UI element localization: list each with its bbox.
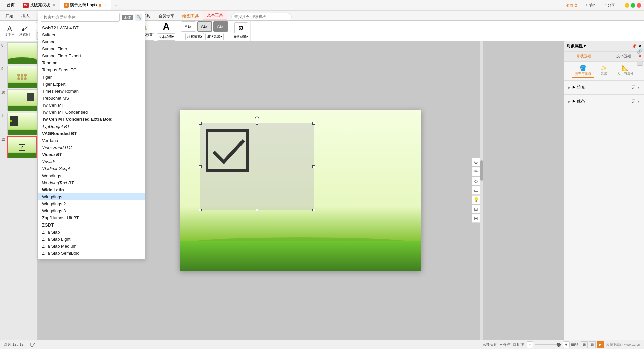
revise-button[interactable]: 有修改 xyxy=(564,2,580,8)
slide-thumb-12[interactable]: 12 ✓ xyxy=(7,136,36,158)
font-item-swis721-wgl4-bt[interactable]: Swis721 WGL4 BT xyxy=(38,24,145,31)
text-outline-button[interactable]: 文本轮廓▾ xyxy=(157,33,175,41)
smart-label[interactable]: 智能美化 xyxy=(483,342,497,347)
handle-br[interactable] xyxy=(312,209,315,211)
tool-delete[interactable]: ⊟ xyxy=(472,214,480,223)
slide-thumb-9[interactable]: 9 xyxy=(7,66,36,88)
doc-tab[interactable]: P 演示文稿1.pptx ✕ xyxy=(60,0,111,10)
tool-shape[interactable]: ◇ xyxy=(472,177,480,185)
font-item-symbol-tiger-expert[interactable]: Symbol Tiger Expert xyxy=(38,52,145,59)
tool-crop[interactable]: ▭ xyxy=(472,186,480,195)
font-item-vladimir-script[interactable]: Vladimir Script xyxy=(38,165,145,172)
font-item-symbol[interactable]: Symbol xyxy=(38,38,145,45)
font-item-tiger[interactable]: Tiger xyxy=(38,73,145,81)
font-item-times-new-roman[interactable]: Times New Roman xyxy=(38,88,145,95)
tool-pen[interactable]: ✏ xyxy=(472,167,480,176)
zoom-slider-thumb[interactable] xyxy=(557,343,561,347)
font-item-wingdings-3[interactable]: Wingdings 3 xyxy=(38,207,145,214)
handle-mr[interactable] xyxy=(312,165,315,168)
font-item-tw-cen-mt[interactable]: Tw Cen MT xyxy=(38,102,145,109)
props-icon-2[interactable]: 📍 xyxy=(637,54,643,60)
shape-style-2[interactable]: Abc xyxy=(197,21,212,32)
handle-tm[interactable] xyxy=(256,122,258,125)
shape-effect-button[interactable]: 形状效果▾ xyxy=(205,33,224,40)
font-item-verdana[interactable]: Verdana xyxy=(38,137,145,144)
tab-start[interactable]: 开始 xyxy=(1,12,17,20)
grid-view-button[interactable]: ⊟ xyxy=(589,341,596,348)
font-item-tw-cen-mt-condensed[interactable]: Tw Cen MT Condensed xyxy=(38,109,145,116)
zoom-out-button[interactable]: − xyxy=(527,341,533,348)
tab-text-tools[interactable]: 文本工具 xyxy=(203,11,227,20)
search-input[interactable] xyxy=(231,13,292,20)
handle-tr[interactable] xyxy=(312,122,315,125)
tool-zoom-out[interactable]: ⊖ xyxy=(472,158,480,166)
handle-ml[interactable] xyxy=(199,165,202,168)
slide-thumb-11[interactable]: 11 xyxy=(7,113,36,135)
font-item-wingdings-2[interactable]: Wingdings 2 xyxy=(38,200,145,207)
recent-font-label[interactable]: 宋体 xyxy=(122,15,133,20)
collab-button[interactable]: ✦ 协作 xyxy=(583,2,599,8)
font-item-zapfhumnst-ult-bt[interactable]: ZapfHumnst Ult BT xyxy=(38,214,145,221)
share-button[interactable]: ↑ 分享 xyxy=(602,2,618,8)
zoom-slider[interactable] xyxy=(535,344,561,345)
font-search-input[interactable] xyxy=(41,13,120,22)
font-item-trebuchet-ms[interactable]: Trebuchet MS xyxy=(38,95,145,102)
font-item-symbol-tiger[interactable]: Symbol Tiger xyxy=(38,45,145,52)
font-item-vagrounded-bt[interactable]: VAGRounded BT xyxy=(38,130,145,137)
add-tab-button[interactable]: + xyxy=(111,2,121,8)
handle-bm[interactable] xyxy=(256,209,258,211)
font-item-vivaldi[interactable]: Vivaldi xyxy=(38,158,145,165)
notes-label[interactable]: ≡ 备注 xyxy=(500,342,511,347)
font-item-zilla-slab-semibold[interactable]: Zilla Slab SemiBold xyxy=(38,250,145,257)
props-fill-row[interactable]: ▶ ▶ 填充 无 ▼ xyxy=(568,83,640,92)
selected-shape[interactable] xyxy=(200,123,314,210)
convert-label[interactable]: 转换成图► xyxy=(234,35,249,39)
handle-tl[interactable] xyxy=(199,122,202,125)
comments-label[interactable]: □ 批注 xyxy=(513,342,524,347)
slide-thumb-10[interactable]: 10 xyxy=(7,89,36,111)
shape-style-1[interactable]: Abc xyxy=(181,21,196,32)
font-item-webdings[interactable]: Webdings xyxy=(38,172,145,179)
font-item-viner-hand-itc[interactable]: Viner Hand ITC xyxy=(38,144,145,151)
handle-bl[interactable] xyxy=(199,209,202,211)
props-size-tab[interactable]: 📐 大小与属性 xyxy=(614,64,636,78)
props-effect-tab[interactable]: ✨ 效果 xyxy=(598,64,610,78)
to-img-button[interactable]: 🖼 xyxy=(234,22,248,33)
shape-fill-button[interactable]: 形状填充▾ xyxy=(185,33,204,40)
props-line-row[interactable]: ▶ ▶ 线条 无 ▼ xyxy=(568,97,640,106)
font-item-zilla-slab[interactable]: Zilla Slab xyxy=(38,229,145,236)
minimize-button[interactable] xyxy=(625,3,629,8)
normal-view-button[interactable]: ⊞ xyxy=(581,341,588,348)
font-item-zilla-slab-light[interactable]: Zilla Slab Light xyxy=(38,236,145,243)
zoom-in-button[interactable]: + xyxy=(563,341,570,348)
props-tab-shape[interactable]: 形状选项 xyxy=(564,52,604,61)
slide-thumb-8[interactable]: 8 xyxy=(7,42,36,64)
tool-effect[interactable]: 💡 xyxy=(472,195,480,204)
app-tab-close[interactable]: ✕ xyxy=(53,3,56,7)
font-item-tw-cen-mt-condensed-extra-bold[interactable]: Tw Cen MT Condensed Extra Bold xyxy=(38,116,145,123)
font-item-zurich-xblk-bt[interactable]: Zurich XBlk BT xyxy=(38,257,145,259)
close-button[interactable] xyxy=(637,3,641,8)
home-tab[interactable]: 首页 xyxy=(3,0,19,10)
font-item-tiger-expert[interactable]: Tiger Expert xyxy=(38,81,145,88)
font-item-wide-latin[interactable]: Wide Latin xyxy=(38,186,145,193)
tab-draw-tools[interactable]: 绘图工具 xyxy=(178,12,203,20)
format-painter-button[interactable]: 🖌 格式刷 xyxy=(17,22,32,39)
font-item-tahoma[interactable]: Tahoma xyxy=(38,59,145,66)
tab-member[interactable]: 会员专享 xyxy=(154,12,178,20)
font-item-sylfaen[interactable]: Sylfaen xyxy=(38,31,145,38)
canvas-scrollbar-thumb[interactable] xyxy=(480,160,483,181)
props-fill-line-tab[interactable]: 🪣 填充与线条 xyxy=(572,64,594,78)
font-item-zilla-slab-medium[interactable]: Zilla Slab Medium xyxy=(38,243,145,250)
font-item-typupright-bt[interactable]: TypUpright BT xyxy=(38,123,145,130)
font-search-icon[interactable]: 🔍 xyxy=(135,14,142,21)
tab-insert[interactable]: 插入 xyxy=(17,12,34,20)
font-item-wingdings[interactable]: Wingdings xyxy=(38,193,145,200)
rotation-handle[interactable] xyxy=(255,116,259,119)
font-item-tempus-sans-itc[interactable]: Tempus Sans ITC xyxy=(38,66,145,73)
font-item-weddingtext-bt[interactable]: WeddingText BT xyxy=(38,179,145,186)
props-icon-1[interactable]: 🔗 xyxy=(637,48,643,54)
font-item-vineta-bt[interactable]: Vineta BT xyxy=(38,151,145,158)
app-tab[interactable]: W 找版亮模板 ✕ xyxy=(19,0,60,10)
props-icon-3[interactable]: ⬜ xyxy=(637,60,643,66)
